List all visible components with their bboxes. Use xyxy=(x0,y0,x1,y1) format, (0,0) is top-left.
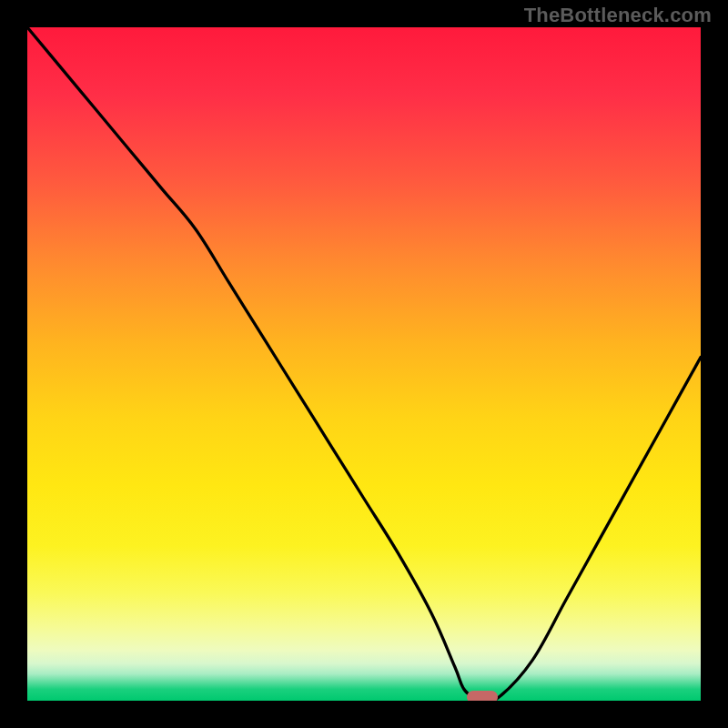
plot-area xyxy=(27,27,701,701)
bottleneck-curve xyxy=(27,27,701,701)
chart-frame: TheBottleneck.com xyxy=(0,0,728,728)
watermark-text: TheBottleneck.com xyxy=(524,4,712,27)
minimum-marker xyxy=(467,691,498,701)
